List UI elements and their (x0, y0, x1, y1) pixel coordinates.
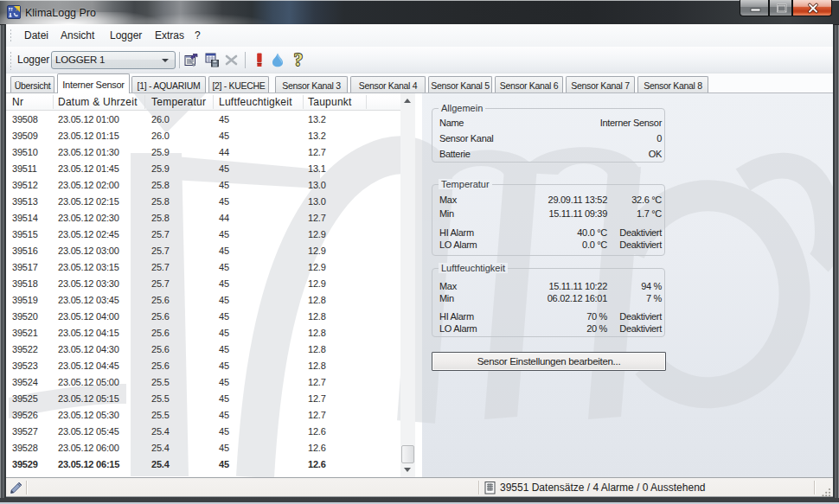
svg-text:?: ? (294, 53, 304, 67)
